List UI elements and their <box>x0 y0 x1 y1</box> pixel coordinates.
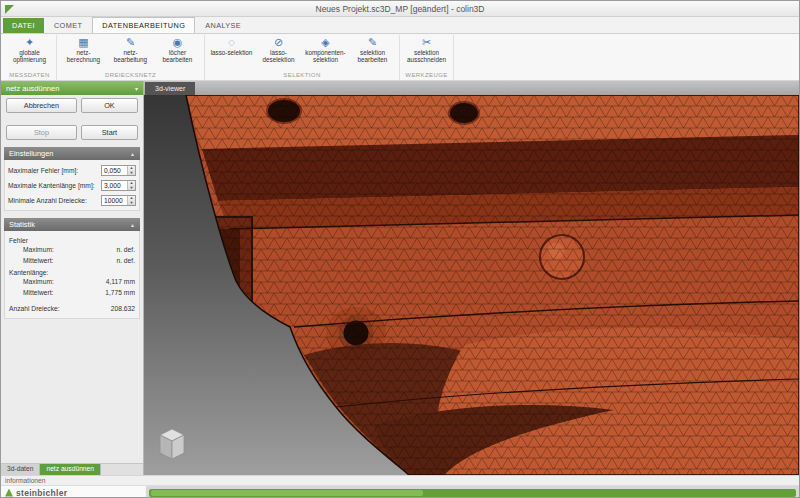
tab-datei[interactable]: DATEI <box>3 18 44 33</box>
max-kantenlaenge-input[interactable]: 3,000 ▲ ▼ <box>101 180 136 191</box>
loecher-bearbeiten-button[interactable]: ◉ löcher bearbeiten <box>154 35 201 63</box>
tool-panel: netz ausdünnen ▾ Abbrechen OK Stop Start… <box>1 81 144 475</box>
stat-row: Maximum: 4,117 mm <box>9 276 135 287</box>
scrollbar-thumb[interactable] <box>151 490 423 496</box>
tab-3d-viewer[interactable]: 3d-viewer <box>145 82 195 95</box>
field-min-dreiecke: Minimale Anzahl Dreiecke: 10000 ▲ ▼ <box>8 193 136 208</box>
stat-row: Maximum: n. def. <box>9 244 135 255</box>
lasso-select-icon: ◌ <box>228 36 235 49</box>
max-fehler-input[interactable]: 0,050 ▲ ▼ <box>101 165 136 176</box>
lasso-deselect-icon: ⊘ <box>274 36 283 49</box>
spinner-buttons[interactable]: ▲ ▼ <box>127 166 135 175</box>
min-dreiecke-input[interactable]: 10000 ▲ ▼ <box>101 195 136 206</box>
stat-total-row: Anzahl Dreiecke: 208.632 <box>9 303 135 314</box>
group-label-dreiecksnetz: DREIECKSNETZ <box>60 71 201 80</box>
panel-tab-bar: 3d-daten netz ausdünnen <box>1 463 143 475</box>
ribbon-group-dreiecksnetz: ▦ netz-berechnung ✎ netz-bearbeitung ◉ l… <box>57 35 205 80</box>
informationen-label[interactable]: informationen <box>5 477 46 484</box>
ok-button[interactable]: OK <box>81 98 138 113</box>
start-button[interactable]: Start <box>81 125 138 140</box>
group-label-werkzeuge: WERKZEUGE <box>403 71 450 80</box>
window-title: Neues Projekt.sc3D_MP [geändert] - colin… <box>316 4 485 14</box>
globale-optimierung-button[interactable]: ✦ globale optimierung <box>6 35 53 63</box>
tab-analyse[interactable]: ANALYSE <box>196 18 250 33</box>
spinner-buttons[interactable]: ▲ ▼ <box>127 181 135 190</box>
brand-logo: steinbichler <box>1 486 146 498</box>
tab-3d-daten[interactable]: 3d-daten <box>1 464 40 475</box>
bottom-scrollbar[interactable] <box>149 489 796 497</box>
selection-cut-icon: ✂ <box>422 36 431 49</box>
brand-name: steinbichler <box>16 488 67 498</box>
selection-edit-icon: ✎ <box>368 36 377 49</box>
collapse-icon[interactable]: ▲ <box>130 151 135 157</box>
status-bar: steinbichler <box>1 485 799 498</box>
bottom-scrollbar-track[interactable] <box>146 486 799 498</box>
spin-down-icon[interactable]: ▼ <box>128 186 135 191</box>
lasso-deselektion-button[interactable]: ⊘ lasso-deselektion <box>255 35 302 63</box>
field-max-kantenlaenge: Maximale Kantenlänge [mm]: 3,000 ▲ ▼ <box>8 178 136 193</box>
mesh-compute-icon: ▦ <box>78 36 88 49</box>
spinner-buttons[interactable]: ▲ ▼ <box>127 196 135 205</box>
panel-menu-icon[interactable]: ▾ <box>135 85 138 92</box>
title-bar: Neues Projekt.sc3D_MP [geändert] - colin… <box>1 1 799 17</box>
field-max-fehler: Maximaler Fehler [mm]: 0,050 ▲ ▼ <box>8 163 136 178</box>
lasso-selektion-button[interactable]: ◌ lasso-selektion <box>208 35 255 56</box>
ribbon-tab-bar: DATEI COMET DATENBEARBEITUNG ANALYSE <box>1 17 799 34</box>
component-select-icon: ◈ <box>321 36 329 49</box>
tab-netz-ausduennen[interactable]: netz ausdünnen <box>40 464 101 475</box>
tab-comet[interactable]: COMET <box>45 18 91 33</box>
tab-datenbearbeitung[interactable]: DATENBEARBEITUNG <box>92 17 195 33</box>
statistics-box: Fehler Maximum: n. def. Mittelwert: n. d… <box>4 231 140 319</box>
einstellungen-section-header[interactable]: Einstellungen ▲ <box>4 147 140 160</box>
app-logo-icon <box>5 5 14 14</box>
stat-row: Mittelwert: 1,775 mm <box>9 287 135 298</box>
stat-row: Mittelwert: n. def. <box>9 255 135 266</box>
panel-title: netz ausdünnen <box>6 84 59 93</box>
panel-header[interactable]: netz ausdünnen ▾ <box>1 81 143 95</box>
ribbon-group-messdaten: ✦ globale optimierung MESSDATEN <box>3 35 57 80</box>
selektion-ausschneiden-button[interactable]: ✂ selektion ausschneiden <box>403 35 450 63</box>
collapse-icon[interactable]: ▲ <box>130 222 135 228</box>
info-strip: informationen <box>1 475 799 485</box>
spin-down-icon[interactable]: ▼ <box>128 171 135 176</box>
3d-viewport[interactable] <box>144 95 799 475</box>
settings-fields: Maximaler Fehler [mm]: 0,050 ▲ ▼ Maximal… <box>4 160 140 211</box>
steinbichler-logo-icon <box>5 489 13 497</box>
viewer-tab-bar: 3d-viewer <box>144 81 799 95</box>
3d-mesh[interactable] <box>144 95 799 475</box>
optimize-icon: ✦ <box>25 36 34 49</box>
group-label-messdaten: MESSDATEN <box>6 71 53 80</box>
stat-group-kantenlaenge: Kantenlänge: <box>9 269 135 276</box>
mesh-edit-icon: ✎ <box>126 36 135 49</box>
netz-berechnung-button[interactable]: ▦ netz-berechnung <box>60 35 107 63</box>
holes-icon: ◉ <box>173 36 183 49</box>
abbrechen-button[interactable]: Abbrechen <box>6 98 77 113</box>
ribbon-group-selektion: ◌ lasso-selektion ⊘ lasso-deselektion ◈ … <box>205 35 400 80</box>
ribbon-group-werkzeuge: ✂ selektion ausschneiden WERKZEUGE <box>400 35 454 80</box>
orientation-cube[interactable] <box>160 429 184 459</box>
stop-button[interactable]: Stop <box>6 125 77 140</box>
stat-group-fehler: Fehler <box>9 237 135 244</box>
ribbon: ✦ globale optimierung MESSDATEN ▦ netz-b… <box>1 34 799 81</box>
komponenten-selektion-button[interactable]: ◈ komponenten-selektion <box>302 35 349 63</box>
selektion-bearbeiten-button[interactable]: ✎ selektion bearbeiten <box>349 35 396 63</box>
statistik-section-header[interactable]: Statistik ▲ <box>4 218 140 231</box>
spin-down-icon[interactable]: ▼ <box>128 201 135 206</box>
group-label-selektion: SELEKTION <box>208 71 396 80</box>
netz-bearbeitung-button[interactable]: ✎ netz-bearbeitung <box>107 35 154 63</box>
